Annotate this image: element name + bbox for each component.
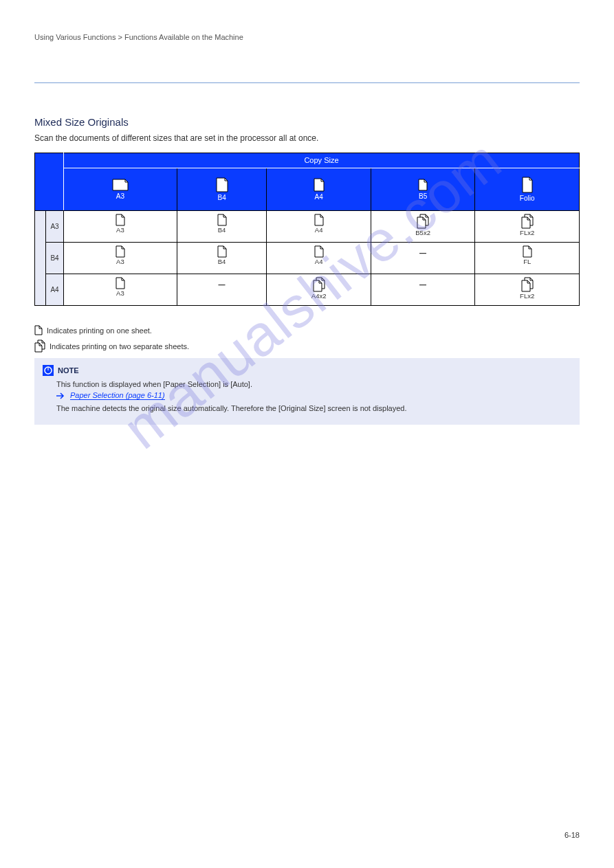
- dash: –: [419, 277, 426, 291]
- column-header: B4: [177, 168, 267, 211]
- cell-label: FL: [523, 258, 531, 265]
- table-cell: –: [371, 274, 474, 306]
- header-left: Using Various Functions > Functions Avai…: [34, 33, 243, 41]
- table-cell: B4: [177, 243, 267, 274]
- table-top-header: Copy Size: [64, 153, 580, 168]
- column-header: A3: [64, 168, 177, 211]
- cell-label: FLx2: [520, 230, 534, 236]
- note-line-2: The machine detects the original size au…: [56, 404, 571, 412]
- table-cell: FLx2: [475, 274, 580, 306]
- table-cell: A3: [64, 211, 177, 243]
- section-desc: Scan the documents of different sizes th…: [34, 133, 580, 143]
- column-label: A3: [116, 192, 124, 200]
- row-group-header: [35, 211, 46, 306]
- table-cell: B5x2: [371, 211, 474, 243]
- column-header: A4: [267, 168, 371, 211]
- cell-label: FLx2: [520, 293, 534, 300]
- table-cell: FLx2: [475, 211, 580, 243]
- table-cell: A3: [64, 274, 177, 306]
- double-page-icon: [34, 340, 45, 353]
- single-page-icon: [314, 245, 324, 258]
- column-label: B4: [217, 194, 226, 201]
- single-page-icon: [217, 245, 227, 258]
- single-page-icon: [34, 325, 43, 335]
- single-page-icon: [217, 214, 227, 226]
- table-cell: –: [177, 274, 267, 306]
- column-label: B5: [419, 192, 427, 200]
- cell-label: A3: [116, 290, 124, 297]
- dash: –: [219, 277, 226, 291]
- cell-label: A4: [315, 227, 323, 234]
- cell-label: B5x2: [415, 230, 430, 236]
- arrow-icon: [56, 392, 66, 399]
- note-line-1: This function is displayed when [Paper S…: [56, 380, 571, 388]
- column-label: A4: [315, 193, 323, 201]
- note-icon: [43, 365, 54, 376]
- page-icon: [522, 177, 533, 193]
- legend-single-text: Indicates printing on one sheet.: [47, 326, 152, 335]
- table-cell: A3: [64, 243, 177, 274]
- table-cell: A4: [267, 211, 371, 243]
- page-icon: [112, 179, 129, 191]
- page-number: 6-18: [564, 831, 580, 839]
- legend-double-text: Indicates printing on two separate sheet…: [50, 342, 189, 350]
- page-icon: [418, 179, 428, 191]
- single-page-icon: [314, 214, 324, 226]
- cell-label: A3: [116, 227, 124, 234]
- section-title: Mixed Size Originals: [34, 116, 580, 128]
- cell-label: A4x2: [311, 293, 327, 300]
- row-size-label: A4: [46, 274, 64, 306]
- dash: –: [419, 245, 426, 260]
- single-page-icon: [116, 245, 125, 258]
- single-page-icon: [116, 214, 125, 226]
- column-header: Folio: [475, 168, 580, 211]
- cell-label: B4: [218, 227, 226, 234]
- note-box: NOTE This function is displayed when [Pa…: [34, 358, 580, 425]
- header-divider: [34, 82, 580, 83]
- page-icon: [314, 178, 325, 192]
- cell-label: A4: [315, 258, 323, 265]
- double-page-icon: [521, 277, 534, 292]
- row-size-label: A3: [46, 211, 64, 243]
- row-size-label: B4: [46, 243, 64, 274]
- double-page-icon: [417, 214, 429, 229]
- table-cell: A4: [267, 243, 371, 274]
- column-label: Folio: [520, 194, 535, 202]
- note-title-text: NOTE: [58, 366, 79, 375]
- double-page-icon: [313, 277, 325, 292]
- legend: Indicates printing on one sheet. Indicat…: [34, 325, 580, 353]
- table-cell: –: [371, 243, 474, 274]
- single-page-icon: [116, 277, 125, 289]
- cell-label: A3: [116, 258, 124, 265]
- table-cell: B4: [177, 211, 267, 243]
- size-table: Copy Size A3B4A4B5Folio A3A3B4A4 B5x2 FL…: [34, 153, 580, 306]
- column-header: B5: [371, 168, 474, 211]
- double-page-icon: [521, 214, 534, 229]
- table-cell: A4x2: [267, 274, 371, 306]
- cell-label: B4: [218, 258, 226, 265]
- page-icon: [216, 177, 228, 192]
- table-cell: FL: [475, 243, 580, 274]
- single-page-icon: [523, 245, 532, 258]
- note-link[interactable]: Paper Selection (page 6-11): [70, 391, 165, 400]
